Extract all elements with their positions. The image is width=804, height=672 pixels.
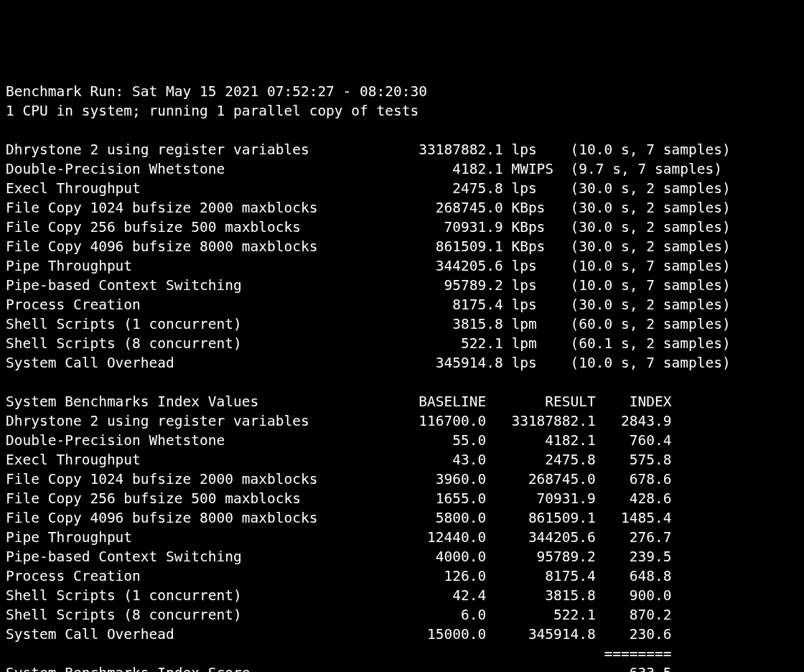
cpu-info: 1 CPU in system; running 1 parallel copy… bbox=[6, 103, 419, 119]
index-score-block: ======== System Benchmarks Index Score 6… bbox=[6, 645, 671, 672]
test-results-block: Dhrystone 2 using register variables 331… bbox=[6, 141, 731, 371]
benchmark-run-header: Benchmark Run: Sat May 15 2021 07:52:27 … bbox=[6, 83, 427, 100]
index-values-block: System Benchmarks Index Values BASELINE … bbox=[6, 393, 671, 643]
terminal-output: Benchmark Run: Sat May 15 2021 07:52:27 … bbox=[0, 78, 804, 672]
